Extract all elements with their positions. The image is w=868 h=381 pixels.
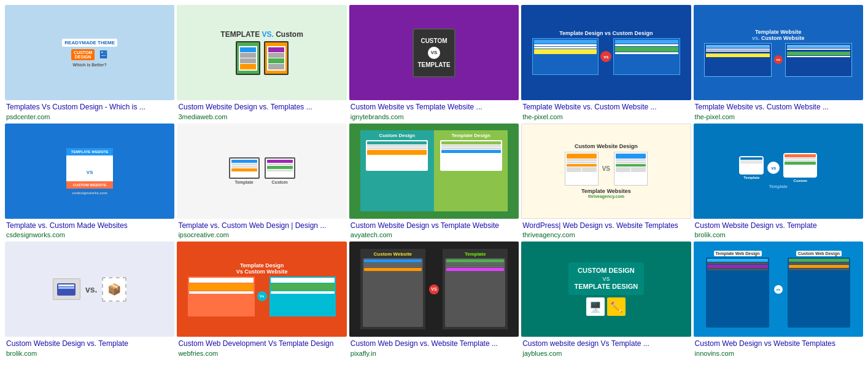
item-1-source: psdcenter.com <box>6 113 173 120</box>
grid-item-8[interactable]: Custom Design Template Design <box>349 124 519 240</box>
grid-item-3[interactable]: CUSTOM VS TEMPLATE Custom Website vs Tem… <box>349 5 519 121</box>
grid-item-12[interactable]: Template DesignVs Custom Website Vs <box>177 242 346 358</box>
item-8-title: Custom Website Design vs Template Websit… <box>351 221 517 231</box>
item-6-source: csdesignworks.com <box>6 231 173 238</box>
item-1-title: Templates Vs Custom Design - Which is ..… <box>6 103 173 112</box>
item-10-title: Custom Website Design vs. Template <box>695 221 862 231</box>
grid-item-15[interactable]: Template Web Design vs Custom Web Design <box>694 242 863 358</box>
item-12-title: Custom Web Development Vs Template Desig… <box>178 339 345 349</box>
item-9-source: thriveagency.com <box>522 231 689 238</box>
item-9-title: WordPress| Web Design vs. Website Templa… <box>522 221 689 231</box>
item-14-source: jayblues.com <box>522 350 689 357</box>
grid-item-9[interactable]: Custom Website Design VS <box>521 124 691 240</box>
item-13-source: pixafly.in <box>351 350 517 357</box>
grid-item-1[interactable]: READYMADE THEME CUSTOMDESIGN 🖥 Which is … <box>5 5 174 121</box>
item-5-source: the-pixel.com <box>695 113 862 120</box>
item-5-title: Template Website vs. Custom Website ... <box>695 103 862 112</box>
item-4-source: the-pixel.com <box>522 113 689 120</box>
item-2-title: Custom Website Design vs. Templates ... <box>178 103 345 112</box>
item-11-title: Custom Website Design vs. Template <box>6 339 173 349</box>
grid-item-2[interactable]: TEMPLATE VS. Custom Custom Websit <box>177 5 346 121</box>
item-3-source: ignytebrands.com <box>351 113 517 120</box>
item-8-source: avyatech.com <box>351 231 517 238</box>
item-10-source: brolik.com <box>695 231 862 238</box>
image-grid: READYMADE THEME CUSTOMDESIGN 🖥 Which is … <box>0 0 868 363</box>
item-15-title: Custom Web Design vs Website Templates <box>695 339 862 349</box>
grid-item-4[interactable]: Template Design vs Custom Design vs <box>521 5 691 121</box>
grid-item-14[interactable]: CUSTOM DESIGN VS TEMPLATE DESIGN 🖥️ ✏️ C… <box>521 242 691 358</box>
grid-item-7[interactable]: Template Custom Template vs. Custom W <box>177 124 346 240</box>
item-7-title: Template vs. Custom Web Design | Design … <box>178 221 345 231</box>
item-4-title: Template Website vs. Custom Website ... <box>522 103 689 112</box>
item-15-source: innovins.com <box>695 350 862 357</box>
item-6-title: Template vs. Custom Made Websites <box>6 221 173 231</box>
item-11-source: brolik.com <box>6 350 173 357</box>
item-2-source: 3mediaweb.com <box>178 113 345 120</box>
grid-item-13[interactable]: Custom Website VS Template <box>349 242 519 358</box>
grid-item-11[interactable]: vs. 📦 Custom Website Design vs. Template… <box>5 242 174 358</box>
grid-item-5[interactable]: Template Websitevs. Custom Website vs <box>694 5 863 121</box>
item-3-title: Custom Website vs Template Website ... <box>351 103 517 112</box>
grid-item-10[interactable]: Template vs Custom Template <box>694 124 863 240</box>
item-13-title: Custom Web Design vs. Website Template .… <box>351 339 517 349</box>
item-14-title: Custom website design Vs Template ... <box>522 339 689 349</box>
item-12-source: webfries.com <box>178 350 345 357</box>
grid-item-6[interactable]: TEMPLATE WEBSITE VS CUSTOM WEBSITE csdes… <box>5 124 174 240</box>
item-7-source: ipsocreative.com <box>178 231 345 238</box>
